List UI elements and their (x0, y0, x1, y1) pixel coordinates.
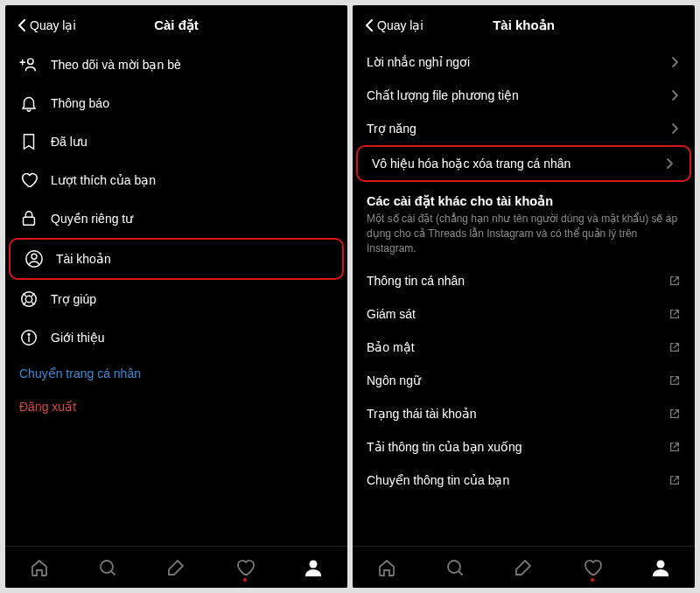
row-help[interactable]: Trợ giúp (5, 280, 347, 318)
row-label: Tài khoản (56, 252, 328, 266)
lifebuoy-icon (19, 290, 38, 309)
row-accessibility[interactable]: Trợ năng (353, 112, 695, 145)
back-label: Quay lại (30, 18, 76, 32)
tab-compose[interactable] (164, 555, 188, 580)
row-label: Theo dõi và mời bạn bè (51, 58, 333, 72)
external-icon (668, 308, 681, 320)
settings-screen: Quay lại Cài đặt Theo dõi và mời bạn bè … (5, 5, 347, 588)
external-icon (668, 341, 681, 353)
row-account[interactable]: Tài khoản (9, 238, 344, 280)
row-saved[interactable]: Đã lưu (5, 122, 347, 161)
lock-icon (19, 209, 38, 228)
section-desc: Một số cài đặt (chẳng hạn như tên người … (353, 212, 695, 264)
tab-profile[interactable] (301, 555, 326, 580)
row-switch-profile[interactable]: Chuyển trang cá nhân (5, 357, 347, 390)
row-label: Trợ giúp (51, 292, 333, 306)
row-personal-info[interactable]: Thông tin cá nhân (353, 264, 695, 297)
external-icon (668, 374, 681, 387)
tab-activity[interactable] (580, 555, 605, 580)
settings-list: Theo dõi và mời bạn bè Thông báo Đã lưu … (5, 44, 347, 546)
svg-point-5 (25, 296, 32, 302)
row-account-status[interactable]: Trạng thái tài khoản (353, 397, 695, 430)
chevron-right-icon (668, 122, 681, 135)
row-supervision[interactable]: Giám sát (353, 297, 695, 331)
tabbar (353, 546, 695, 588)
row-label: Chuyển thông tin của bạn (367, 473, 656, 487)
header: Quay lại Tài khoản (353, 5, 695, 44)
tab-activity[interactable] (233, 555, 257, 580)
row-label: Bảo mật (367, 340, 656, 354)
tab-home[interactable] (374, 555, 399, 580)
row-label: Chất lượng file phương tiện (367, 88, 656, 102)
svg-point-3 (32, 254, 37, 259)
info-icon (19, 328, 38, 347)
bookmark-icon (19, 132, 38, 151)
notification-dot (591, 578, 594, 582)
row-deactivate-delete[interactable]: Vô hiệu hóa hoặc xóa trang cá nhân (356, 145, 691, 182)
row-label: Giám sát (367, 307, 656, 321)
notification-dot (243, 578, 247, 582)
chevron-left-icon (365, 18, 374, 32)
row-follow-invite[interactable]: Theo dõi và mời bạn bè (5, 45, 347, 84)
link-label: Chuyển trang cá nhân (19, 366, 333, 380)
row-label: Lời nhắc nghỉ ngơi (367, 55, 656, 69)
row-security[interactable]: Bảo mật (353, 331, 695, 364)
row-logout[interactable]: Đăng xuất (5, 390, 347, 423)
svg-point-9 (309, 560, 317, 568)
row-label: Quyền riêng tư (51, 212, 333, 226)
row-label: Lượt thích của bạn (51, 173, 333, 187)
row-label: Thông tin cá nhân (367, 274, 656, 288)
row-transfer-info[interactable]: Chuyển thông tin của bạn (353, 464, 695, 497)
chevron-left-icon (18, 18, 26, 32)
row-notifications[interactable]: Thông báo (5, 84, 347, 122)
row-label: Trợ năng (367, 122, 656, 136)
row-rest-reminders[interactable]: Lời nhắc nghỉ ngơi (353, 45, 695, 79)
tab-home[interactable] (27, 555, 52, 580)
external-icon (668, 275, 681, 287)
account-list: Lời nhắc nghỉ ngơi Chất lượng file phươn… (353, 44, 695, 546)
row-language[interactable]: Ngôn ngữ (353, 364, 695, 397)
chevron-right-icon (663, 157, 676, 170)
row-label: Đã lưu (51, 135, 333, 149)
header: Quay lại Cài đặt (5, 5, 347, 44)
svg-point-0 (28, 59, 33, 64)
chevron-right-icon (668, 89, 681, 101)
row-about[interactable]: Giới thiệu (5, 318, 347, 357)
row-label: Giới thiệu (51, 331, 333, 345)
tab-compose[interactable] (511, 555, 536, 580)
back-label: Quay lại (377, 18, 424, 32)
row-label: Thông báo (51, 96, 333, 110)
account-screen: Quay lại Tài khoản Lời nhắc nghỉ ngơi Ch… (353, 5, 695, 588)
back-button[interactable]: Quay lại (365, 18, 424, 32)
row-label: Ngôn ngữ (367, 373, 656, 387)
add-user-icon (19, 55, 38, 74)
row-label: Trạng thái tài khoản (367, 407, 656, 421)
svg-point-7 (28, 333, 30, 335)
bell-icon (19, 94, 38, 113)
row-label: Vô hiệu hóa hoặc xóa trang cá nhân (372, 157, 651, 171)
row-download-info[interactable]: Tải thông tin của bạn xuống (353, 430, 695, 464)
tab-search[interactable] (443, 555, 467, 580)
row-likes[interactable]: Lượt thích của bạn (5, 161, 347, 199)
external-icon (668, 441, 681, 453)
svg-rect-1 (24, 217, 35, 225)
heart-icon (19, 171, 38, 190)
section-title: Các cài đặt khác cho tài khoản (353, 182, 695, 212)
link-label: Đăng xuất (19, 400, 333, 414)
external-icon (668, 474, 681, 486)
user-circle-icon (24, 249, 44, 269)
svg-point-11 (656, 560, 664, 568)
tab-profile[interactable] (648, 555, 673, 580)
external-icon (668, 408, 681, 420)
chevron-right-icon (668, 56, 681, 68)
tab-search[interactable] (95, 555, 120, 580)
row-media-quality[interactable]: Chất lượng file phương tiện (353, 79, 695, 112)
back-button[interactable]: Quay lại (18, 18, 76, 32)
row-privacy[interactable]: Quyền riêng tư (5, 199, 347, 238)
tabbar (5, 546, 347, 588)
row-label: Tải thông tin của bạn xuống (367, 440, 656, 454)
